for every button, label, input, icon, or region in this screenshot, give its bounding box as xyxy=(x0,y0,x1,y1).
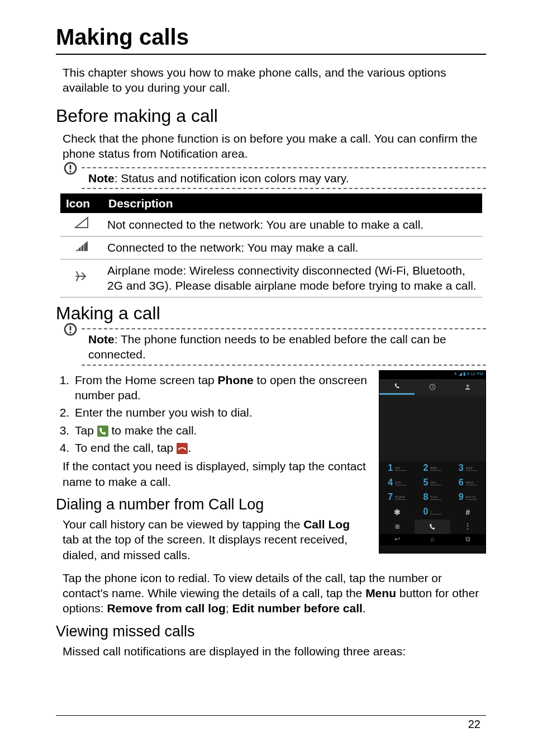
signal-icon: ◢ xyxy=(459,371,462,376)
table-header-desc: Description xyxy=(103,193,482,213)
list-item: Enter the number you wish to dial. xyxy=(73,405,368,420)
section-before-heading: Before making a call xyxy=(56,105,486,128)
signal-full-icon xyxy=(60,236,103,259)
page-number: 22 xyxy=(468,717,480,731)
section-making-heading: Making a call xyxy=(56,302,486,325)
table-header-icon: Icon xyxy=(60,193,103,213)
end-call-icon xyxy=(177,443,188,454)
table-row: Not connected to the network: You are un… xyxy=(60,213,482,236)
subsection-missed-heading: Viewing missed calls xyxy=(56,622,486,641)
key-6[interactable]: 6MNO xyxy=(450,476,486,490)
phone-screenshot: ✈ ◢ ▮ 9:12 PM 1QO 2ABC 3DEF 4GHI 5JKL 6M… xyxy=(379,370,486,554)
after-steps-text: If the contact you need is displayed, si… xyxy=(63,459,368,489)
list-item: From the Home screen tap Phone to open t… xyxy=(73,372,368,403)
note-label: Note xyxy=(88,172,115,185)
key-1[interactable]: 1QO xyxy=(379,461,415,476)
overflow-icon[interactable]: ⋮ xyxy=(450,519,486,534)
footer-rule xyxy=(56,715,486,716)
tab-contacts[interactable] xyxy=(450,379,486,395)
phone-status-bar: ✈ ◢ ▮ 9:12 PM xyxy=(379,371,486,379)
note-body: : The phone function needs to be enabled… xyxy=(88,333,446,361)
key-7[interactable]: 7PQRS xyxy=(379,490,415,505)
list-item: To end the call, tap . xyxy=(73,440,368,455)
calllog-p1: Your call history can be viewed by tappi… xyxy=(63,517,368,563)
key-8[interactable]: 8TUV xyxy=(415,490,450,505)
alert-icon xyxy=(64,162,77,178)
svg-rect-1 xyxy=(70,164,72,169)
call-icon xyxy=(97,426,108,437)
note-making: Note: The phone function needs to be ena… xyxy=(61,328,486,366)
dialpad-grid-icon[interactable]: ⊞ xyxy=(379,519,415,534)
alert-icon xyxy=(64,323,77,339)
intro-text: This chapter shows you how to make phone… xyxy=(63,65,486,96)
key-0[interactable]: 0+ xyxy=(415,505,450,519)
nav-home-icon[interactable]: ⌂ xyxy=(415,534,450,545)
svg-point-8 xyxy=(69,332,71,333)
key-2[interactable]: 2ABC xyxy=(415,461,450,476)
table-row: Airplane mode: Wireless connectivity dis… xyxy=(60,259,482,297)
svg-point-10 xyxy=(467,385,469,387)
calllog-p2: Tap the phone icon to redial. To view de… xyxy=(63,570,486,616)
key-3[interactable]: 3DEF xyxy=(450,461,486,476)
call-button[interactable] xyxy=(415,519,450,534)
key-9[interactable]: 9WXYZ xyxy=(450,490,486,505)
icon-description-table: Icon Description Not connected to the ne… xyxy=(60,193,482,297)
signal-empty-icon xyxy=(60,213,103,236)
nav-back-icon[interactable]: ↩ xyxy=(379,534,415,545)
list-item: Tap to make the call. xyxy=(73,423,368,438)
phone-keypad: 1QO 2ABC 3DEF 4GHI 5JKL 6MNO 7PQRS 8TUV … xyxy=(379,461,486,519)
airplane-icon xyxy=(60,259,103,297)
key-4[interactable]: 4GHI xyxy=(379,476,415,490)
subsection-calllog-heading: Dialing a number from Call Log xyxy=(56,495,368,514)
section-before-text: Check that the phone function is on befo… xyxy=(63,131,486,162)
note-body: : Status and notification icon colors ma… xyxy=(115,172,349,185)
table-cell: Airplane mode: Wireless connectivity dis… xyxy=(103,259,482,297)
nav-recent-icon[interactable]: ⧉ xyxy=(450,534,486,545)
key-5[interactable]: 5JKL xyxy=(415,476,450,490)
key-hash[interactable]: # xyxy=(450,505,486,519)
svg-point-2 xyxy=(69,171,71,172)
steps-list: From the Home screen tap Phone to open t… xyxy=(73,372,368,455)
note-label: Note xyxy=(88,333,115,346)
svg-rect-7 xyxy=(70,326,72,331)
tab-recent[interactable] xyxy=(415,379,450,395)
airplane-mode-icon: ✈ xyxy=(454,371,459,376)
battery-icon: ▮ xyxy=(463,371,465,376)
table-cell: Connected to the network: You may make a… xyxy=(103,236,482,259)
table-row: Connected to the network: You may make a… xyxy=(60,236,482,259)
missed-text: Missed call notifications are displayed … xyxy=(63,644,486,659)
key-star[interactable]: ✱ xyxy=(379,505,415,519)
page-title: Making calls xyxy=(56,22,486,55)
status-time: 9:12 PM xyxy=(467,371,483,376)
tab-dialer[interactable] xyxy=(379,379,415,395)
note-before: Note: Status and notification icon color… xyxy=(61,167,486,189)
table-cell: Not connected to the network: You are un… xyxy=(103,213,482,236)
